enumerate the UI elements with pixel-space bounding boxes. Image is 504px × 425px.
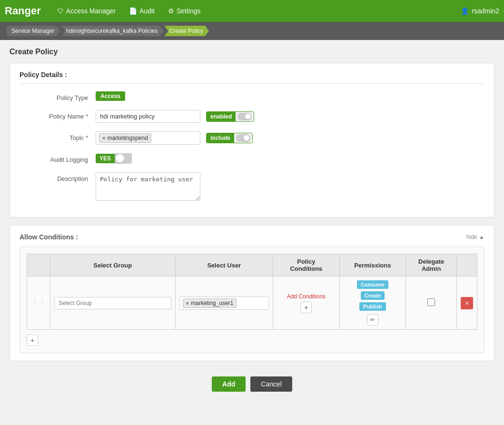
access-badge: Access — [96, 91, 125, 101]
audit-switch[interactable] — [115, 153, 132, 164]
col-conditions-header: PolicyConditions — [273, 254, 340, 277]
audit-logging-label: Audit Logging — [20, 153, 96, 163]
user-tag-remove[interactable]: × — [186, 300, 189, 306]
topic-controls: × marketingspend include — [96, 131, 484, 145]
page-content: Create Policy Policy Details : Policy Ty… — [0, 40, 504, 407]
include-label: include — [207, 133, 234, 143]
topic-row: Topic * × marketingspend include — [20, 131, 484, 145]
policy-type-label: Policy Type — [20, 91, 96, 101]
drag-col-header — [27, 254, 50, 277]
policy-name-label: Policy Name * — [20, 110, 96, 120]
description-controls: Policy for marketing user — [96, 172, 484, 201]
condition-row: ⋮⋮ × marketing_user1 — [27, 277, 477, 330]
perm-create-badge[interactable]: Create — [361, 291, 385, 300]
delegate-cell — [406, 277, 457, 330]
conditions-table: Select Group Select User PolicyCondition… — [27, 254, 477, 330]
policy-name-controls: enabled — [96, 110, 484, 123]
footer-buttons: Add Cancel — [10, 369, 494, 399]
drag-handle-cell: ⋮⋮ — [27, 277, 50, 330]
nav-settings[interactable]: ⚙ Settings — [161, 0, 208, 22]
policy-type-value: Access — [96, 91, 484, 101]
remove-row-btn[interactable]: × — [461, 297, 473, 309]
col-permissions-header: Permissions — [339, 254, 406, 277]
topic-label: Topic * — [20, 131, 96, 141]
description-label: Description — [20, 172, 96, 182]
perm-consume-badge[interactable]: Consume — [357, 280, 388, 289]
audit-yes-label: YES — [96, 154, 115, 163]
drag-handle-icon[interactable]: ⋮⋮ — [31, 299, 46, 307]
gear-icon: ⚙ — [168, 7, 174, 15]
conditions-cell: Add Conditions + — [273, 277, 340, 330]
add-row-btn[interactable]: + — [27, 335, 38, 346]
audit-logging-row: Audit Logging YES — [20, 153, 484, 164]
add-row-area: + — [27, 335, 477, 346]
policy-type-row: Policy Type Access — [20, 91, 484, 101]
user-tag-box[interactable]: × marketing_user1 — [179, 297, 269, 310]
breadcrumb-service-manager[interactable]: Service Manager — [7, 26, 60, 36]
user-cell: × marketing_user1 — [175, 277, 273, 330]
perm-publish-badge[interactable]: Publish — [359, 302, 386, 311]
page-title: Create Policy — [10, 48, 494, 56]
policy-details-card: Policy Details : Policy Type Access Poli… — [10, 63, 494, 217]
breadcrumb-create-policy[interactable]: Create Policy — [165, 26, 209, 36]
allow-conditions-header: Allow Conditions : hide ▲ — [20, 233, 484, 241]
top-nav: Ranger 🛡 Access Manager 📄 Audit ⚙ Settin… — [0, 0, 504, 22]
select-group-input[interactable] — [54, 297, 171, 309]
audit-logging-controls: YES — [96, 153, 484, 164]
breadcrumb-policies[interactable]: hdinsightsecurekafka_kafka Policies — [61, 26, 164, 36]
remove-cell: × — [457, 277, 477, 330]
user-tag: × marketing_user1 — [183, 298, 237, 308]
permissions-edit-btn[interactable]: ✏ — [367, 314, 378, 326]
topic-tag-remove[interactable]: × — [102, 135, 105, 141]
col-group-header: Select Group — [50, 254, 176, 277]
hide-link[interactable]: hide ▲ — [466, 234, 484, 240]
user-tag-label: marketing_user1 — [191, 300, 233, 306]
include-switch[interactable] — [236, 134, 250, 142]
document-icon: 📄 — [129, 7, 137, 15]
nav-user: 👤 rsadmin2 — [461, 7, 499, 15]
user-icon: 👤 — [461, 7, 469, 15]
audit-yes-toggle[interactable]: YES — [96, 153, 132, 164]
col-action-header — [457, 254, 477, 277]
policy-name-input[interactable] — [96, 110, 200, 123]
description-input[interactable]: Policy for marketing user — [96, 172, 200, 201]
col-user-header: Select User — [175, 254, 273, 277]
group-cell — [50, 277, 176, 330]
topic-tag: × marketingspend — [99, 133, 151, 143]
brand-logo: Ranger — [5, 5, 41, 17]
policy-name-row: Policy Name * enabled — [20, 110, 484, 123]
enabled-label: enabled — [207, 112, 236, 121]
add-conditions-link[interactable]: Add Conditions — [277, 293, 336, 300]
breadcrumb: Service Manager hdinsightsecurekafka_kaf… — [0, 22, 504, 40]
delegate-checkbox[interactable] — [427, 298, 435, 306]
enabled-switch[interactable] — [237, 113, 252, 120]
topic-input-box[interactable]: × marketingspend — [96, 131, 200, 145]
policy-details-title: Policy Details : — [20, 71, 484, 84]
enabled-toggle[interactable]: enabled — [206, 111, 254, 122]
include-toggle[interactable]: include — [206, 133, 253, 143]
permissions-cell: Consume Create Publish ✏ — [339, 277, 406, 330]
nav-access-manager[interactable]: 🛡 Access Manager — [50, 0, 122, 22]
add-button[interactable]: Add — [212, 376, 246, 392]
shield-icon: 🛡 — [57, 7, 64, 15]
add-conditions-plus-btn[interactable]: + — [300, 302, 312, 313]
allow-conditions-title: Allow Conditions : — [20, 233, 78, 241]
col-delegate-header: DelegateAdmin — [406, 254, 457, 277]
allow-conditions-card: Allow Conditions : hide ▲ Select Group S… — [10, 225, 494, 361]
topic-tag-label: marketingspend — [107, 135, 148, 141]
description-row: Description Policy for marketing user — [20, 172, 484, 201]
cancel-button[interactable]: Cancel — [250, 376, 292, 392]
conditions-wrapper: Select Group Select User PolicyCondition… — [20, 247, 484, 353]
nav-audit[interactable]: 📄 Audit — [122, 0, 161, 22]
